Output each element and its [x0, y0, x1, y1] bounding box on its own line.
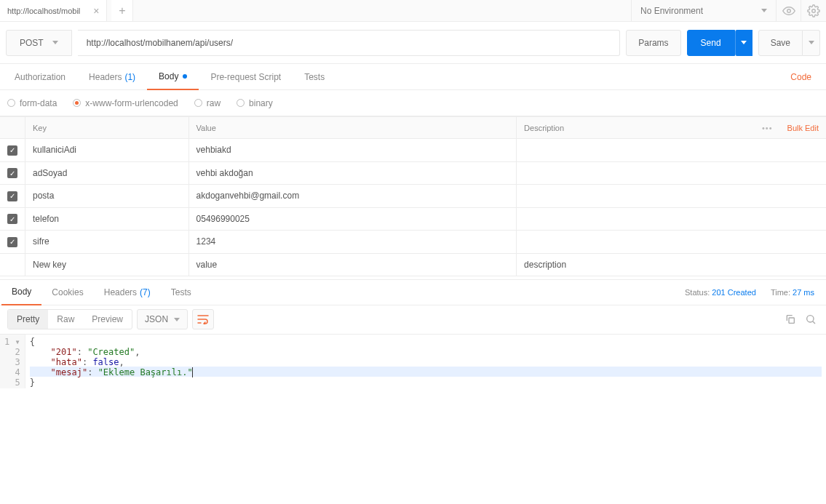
copy-icon[interactable] [782, 311, 798, 327]
col-key: Key [25, 117, 189, 139]
body-type-raw[interactable]: raw [194, 98, 221, 108]
body-type-row: form-data x-www-form-urlencoded raw bina… [0, 90, 826, 116]
environment-select[interactable]: No Environment [631, 0, 777, 21]
param-key[interactable]: kullaniciAdi [25, 139, 189, 162]
send-dropdown[interactable] [735, 30, 752, 56]
save-dropdown[interactable] [803, 30, 820, 56]
param-value[interactable]: vehbi akdoğan [188, 161, 517, 185]
params-button[interactable]: Params [626, 30, 680, 56]
view-pretty[interactable]: Pretty [8, 310, 48, 329]
method-select[interactable]: POST [6, 30, 72, 56]
table-row[interactable]: ✓postaakdoganvehbi@gmail.com [0, 185, 826, 208]
chevron-down-icon [52, 41, 58, 44]
more-icon[interactable]: ••• [762, 124, 780, 132]
param-key[interactable]: adSoyad [25, 161, 189, 185]
param-description-placeholder[interactable]: description [517, 253, 826, 276]
environment-preview-icon[interactable] [777, 0, 801, 21]
checkbox-icon[interactable]: ✓ [7, 168, 17, 178]
param-value[interactable]: vehbiakd [188, 139, 517, 162]
table-row-new[interactable]: New keyvaluedescription [0, 253, 826, 276]
param-description[interactable] [517, 207, 826, 231]
environment-label: No Environment [640, 6, 703, 16]
response-tabs: Body Cookies Headers (7) Tests Status: 2… [0, 279, 826, 305]
status-value: 201 Created [712, 288, 756, 297]
time-value: 27 ms [793, 288, 814, 297]
svg-line-4 [813, 321, 815, 324]
checkbox-icon[interactable]: ✓ [7, 145, 17, 156]
param-description[interactable] [517, 139, 826, 162]
top-tab-bar: http://localhost/mobil × + No Environmen… [0, 0, 826, 22]
param-description[interactable] [517, 161, 826, 185]
param-value[interactable]: 1234 [188, 231, 517, 254]
code-link[interactable]: Code [790, 72, 823, 82]
svg-point-0 [787, 9, 790, 12]
param-key[interactable]: telefon [25, 207, 189, 231]
tab-body[interactable]: Body [147, 64, 199, 90]
request-tabs: Authorization Headers (1) Body Pre-reque… [0, 64, 826, 90]
param-description[interactable] [517, 231, 826, 254]
body-type-urlencoded[interactable]: x-www-form-urlencoded [73, 98, 178, 108]
table-row[interactable]: ✓adSoyadvehbi akdoğan [0, 161, 826, 185]
settings-icon[interactable] [801, 0, 826, 21]
view-mode-segment: Pretty Raw Preview [7, 309, 132, 329]
param-value[interactable]: 05496990025 [188, 207, 517, 231]
tab-prerequest[interactable]: Pre-request Script [199, 64, 293, 90]
svg-rect-2 [789, 318, 794, 323]
request-bar: POST Params Send Save [0, 22, 826, 64]
param-key-placeholder[interactable]: New key [25, 253, 189, 276]
format-select[interactable]: JSON [137, 309, 188, 329]
chevron-down-icon [809, 41, 814, 44]
json-content: { "201": "Created", "hata": false, "mesa… [25, 335, 826, 388]
view-raw[interactable]: Raw [48, 310, 83, 329]
view-preview[interactable]: Preview [83, 310, 132, 329]
tab-headers[interactable]: Headers (1) [77, 64, 147, 90]
param-value-placeholder[interactable]: value [188, 253, 517, 276]
close-icon[interactable]: × [93, 5, 99, 17]
wrap-button[interactable] [192, 309, 214, 329]
headers-count: (1) [124, 72, 135, 82]
method-label: POST [20, 38, 44, 48]
resp-tab-cookies[interactable]: Cookies [41, 279, 93, 305]
checkbox-icon[interactable]: ✓ [7, 237, 17, 247]
search-icon[interactable] [803, 311, 819, 327]
unsaved-dot-icon [183, 74, 187, 79]
table-row[interactable]: ✓sifre1234 [0, 231, 826, 254]
response-body[interactable]: 1 ▾2345 { "201": "Created", "hata": fals… [0, 335, 826, 388]
new-tab-button[interactable]: + [111, 0, 133, 21]
radio-icon [7, 99, 15, 107]
table-row[interactable]: ✓kullaniciAdivehbiakd [0, 139, 826, 162]
tab-tests[interactable]: Tests [293, 64, 336, 90]
save-button[interactable]: Save [758, 30, 803, 56]
body-params-table: Key Value Description ••• Bulk Edit ✓kul… [0, 116, 826, 276]
tab-authorization[interactable]: Authorization [3, 64, 77, 90]
response-toolbar: Pretty Raw Preview JSON [0, 305, 826, 335]
checkbox-icon[interactable]: ✓ [7, 191, 17, 201]
url-input[interactable] [78, 30, 621, 56]
param-key[interactable]: posta [25, 185, 189, 208]
svg-point-3 [807, 316, 814, 322]
body-type-formdata[interactable]: form-data [7, 98, 57, 108]
chevron-down-icon [741, 41, 747, 44]
body-type-binary[interactable]: binary [237, 98, 273, 108]
param-key[interactable]: sifre [25, 231, 189, 254]
bulk-edit-link[interactable]: Bulk Edit [787, 124, 819, 132]
radio-icon [194, 99, 202, 107]
table-row[interactable]: ✓telefon05496990025 [0, 207, 826, 231]
param-value[interactable]: akdoganvehbi@gmail.com [188, 185, 517, 208]
send-button[interactable]: Send [687, 30, 735, 56]
param-description[interactable] [517, 185, 826, 208]
resp-tab-tests[interactable]: Tests [161, 279, 202, 305]
request-tab[interactable]: http://localhost/mobil × [0, 0, 107, 21]
request-tab-title: http://localhost/mobil [7, 7, 80, 15]
line-gutter: 1 ▾2345 [0, 335, 25, 388]
resp-tab-body[interactable]: Body [1, 279, 41, 305]
checkbox-icon[interactable]: ✓ [7, 214, 17, 224]
radio-icon [237, 99, 245, 107]
chevron-down-icon [174, 318, 180, 321]
resp-tab-headers[interactable]: Headers (7) [94, 279, 161, 305]
svg-point-1 [812, 9, 816, 12]
col-value: Value [188, 117, 517, 139]
col-description: Description ••• Bulk Edit [517, 117, 826, 139]
chevron-down-icon [761, 9, 767, 12]
resp-headers-count: (7) [140, 287, 151, 297]
